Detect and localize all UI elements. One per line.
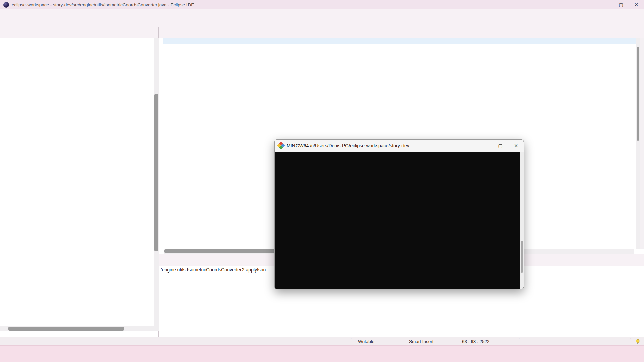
main-toolbar (0, 18, 644, 27)
statusbar-handle: ⋮ (518, 339, 519, 344)
insert-mode-status: Smart Insert (404, 337, 457, 346)
package-tree-hscrollbar[interactable] (0, 326, 154, 331)
terminal-maximize-button[interactable]: ▢ (493, 140, 508, 152)
status-bar: ⋮ Writable Smart Insert 63 : 63 : 2522 ⋮… (0, 337, 644, 346)
taskbar (0, 345, 644, 362)
terminal-window[interactable]: MINGW64:/c/Users/Denis-PC/eclipse-worksp… (274, 139, 524, 289)
editor-tab-row (159, 27, 644, 38)
terminal-scrollbar[interactable] (520, 152, 524, 289)
caret-position-status[interactable]: 63 : 63 : 2522 (457, 337, 513, 346)
window-maximize-button[interactable]: ▢ (613, 0, 629, 9)
package-explorer-tree[interactable] (0, 38, 154, 331)
terminal-minimize-button[interactable]: — (477, 140, 493, 152)
package-tree-vscrollbar[interactable] (154, 38, 159, 331)
editor-overview-ruler[interactable] (640, 38, 644, 249)
current-line-highlight (163, 38, 636, 44)
window-minimize-button[interactable]: — (598, 0, 613, 9)
statusbar-handle: ⋮ (350, 339, 351, 344)
writable-status: Writable (353, 337, 404, 346)
window-titlebar: eclipse-workspace - story-dev/src/engine… (0, 0, 644, 10)
package-explorer-panel (0, 27, 159, 337)
statusbar-handle: ⋮ (629, 339, 630, 344)
terminal-title: MINGW64:/c/Users/Denis-PC/eclipse-worksp… (287, 143, 409, 148)
lightbulb-icon[interactable] (635, 339, 640, 345)
editor-vscrollbar[interactable] (636, 38, 640, 249)
git-bash-icon (277, 141, 285, 150)
window-title: eclipse-workspace - story-dev/src/engine… (12, 2, 194, 7)
eclipse-logo-icon (3, 2, 9, 8)
terminal-close-button[interactable]: ✕ (508, 140, 524, 152)
menu-bar (0, 9, 644, 18)
terminal-output[interactable] (275, 152, 524, 289)
explorer-tab-row (0, 27, 158, 38)
window-close-button[interactable]: ✕ (629, 0, 644, 9)
terminal-titlebar[interactable]: MINGW64:/c/Users/Denis-PC/eclipse-worksp… (275, 140, 524, 152)
